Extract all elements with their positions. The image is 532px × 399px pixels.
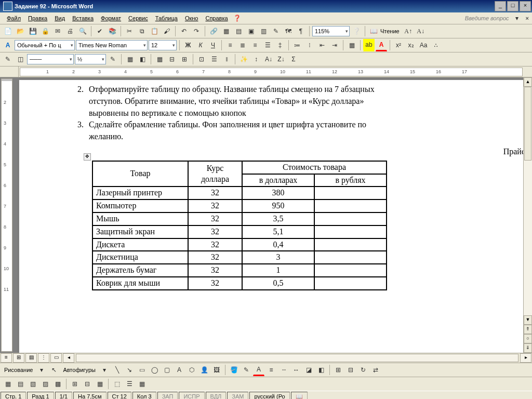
cell-product[interactable]: Защитный экран bbox=[92, 225, 188, 238]
help2-icon[interactable]: ❔ bbox=[351, 25, 362, 37]
table-row[interactable]: Дискета320,4 bbox=[92, 238, 387, 251]
shading-icon[interactable]: ◧ bbox=[137, 54, 148, 65]
table-row[interactable]: Мышь323,5 bbox=[92, 212, 387, 225]
cell-rub[interactable] bbox=[314, 212, 387, 225]
cut-icon[interactable]: ✂ bbox=[124, 25, 135, 37]
new-icon[interactable]: 📄 bbox=[2, 25, 14, 37]
cell-rub[interactable] bbox=[314, 251, 387, 264]
shadow-icon[interactable]: ◪ bbox=[303, 364, 314, 376]
page[interactable]: 2.Отформатируйте таблицу по образцу. Наз… bbox=[19, 79, 523, 353]
undo-icon[interactable]: ↶ bbox=[178, 25, 190, 37]
outline-view-icon[interactable]: ⋮ bbox=[38, 353, 49, 363]
help-icon[interactable]: ❓ bbox=[232, 12, 243, 24]
merge-cells-icon[interactable]: ⊟ bbox=[166, 54, 178, 65]
cell-rate[interactable]: 32 bbox=[188, 238, 242, 251]
permission-icon[interactable]: 🔒 bbox=[39, 25, 51, 37]
hscroll-left-icon[interactable]: ◂ bbox=[63, 353, 74, 363]
rect-icon[interactable]: ▭ bbox=[136, 364, 148, 376]
et2-icon[interactable]: ▤ bbox=[15, 378, 26, 390]
maximize-button[interactable]: □ bbox=[507, 1, 518, 11]
font-color-icon[interactable]: A bbox=[376, 39, 387, 51]
cell-rub[interactable] bbox=[314, 264, 387, 277]
research-icon[interactable]: 📚 bbox=[107, 25, 118, 37]
show-marks-icon[interactable]: ¶ bbox=[295, 25, 307, 37]
menu-edit[interactable]: Правка bbox=[24, 14, 51, 22]
cell-rate[interactable]: 32 bbox=[188, 187, 242, 200]
cell-rate[interactable]: 32 bbox=[188, 200, 242, 212]
tables-borders-icon[interactable]: ▦ bbox=[220, 25, 232, 37]
et10-icon[interactable]: ☰ bbox=[124, 378, 135, 390]
drawing-label[interactable]: Рисование bbox=[2, 367, 35, 373]
align-center-icon[interactable]: ≣ bbox=[237, 39, 248, 51]
table-row[interactable]: Защитный экран325,1 bbox=[92, 225, 387, 238]
preview-icon[interactable]: 🔍 bbox=[77, 25, 88, 37]
cell-usd[interactable]: 3,5 bbox=[242, 212, 314, 225]
text-direction-icon[interactable]: ↕ bbox=[250, 54, 262, 65]
prev-page-icon[interactable]: ⇑ bbox=[524, 325, 532, 334]
cell-rate[interactable]: 32 bbox=[188, 225, 242, 238]
font-shrink-icon[interactable]: A↓ bbox=[415, 25, 427, 37]
et8-icon[interactable]: ▦ bbox=[94, 378, 105, 390]
et1-icon[interactable]: ▦ bbox=[2, 378, 14, 390]
cell-product[interactable]: Компьютер bbox=[92, 200, 188, 212]
paste-icon[interactable]: 📋 bbox=[149, 25, 160, 37]
cell-rub[interactable] bbox=[314, 225, 387, 238]
status-lang[interactable]: русский (Ро bbox=[249, 392, 289, 400]
normal-view-icon[interactable]: ≡ bbox=[1, 353, 12, 363]
cell-rate[interactable]: 32 bbox=[188, 251, 242, 264]
subscript-icon[interactable]: x₂ bbox=[405, 39, 417, 51]
arrow-style-icon[interactable]: ↔ bbox=[290, 364, 302, 376]
align-right-icon[interactable]: ≡ bbox=[249, 39, 261, 51]
eraser-icon[interactable]: ◫ bbox=[15, 54, 26, 65]
bullets-icon[interactable]: ⁝ bbox=[304, 39, 315, 51]
group-icon[interactable]: ⊞ bbox=[332, 364, 344, 376]
cell-usd[interactable]: 0,4 bbox=[242, 238, 314, 251]
drawing-menu-icon[interactable]: ▾ bbox=[36, 364, 47, 376]
drawing-icon[interactable]: ✎ bbox=[270, 25, 282, 37]
et6-icon[interactable]: ⊞ bbox=[69, 378, 81, 390]
cell-rate[interactable]: 32 bbox=[188, 212, 242, 225]
cell-usd[interactable]: 950 bbox=[242, 200, 314, 212]
scroll-thumb[interactable] bbox=[524, 87, 531, 161]
print-icon[interactable]: 🖨 bbox=[64, 25, 76, 37]
align-justify-icon[interactable]: ☰ bbox=[262, 39, 273, 51]
style-combo[interactable]: Обычный + По ц bbox=[15, 40, 75, 50]
line-spacing-icon[interactable]: ‡ bbox=[274, 39, 286, 51]
close-button[interactable]: × bbox=[520, 1, 531, 11]
et3-icon[interactable]: ▧ bbox=[27, 378, 38, 390]
cell-product[interactable]: Держатель бумаг bbox=[92, 264, 188, 277]
line-weight-combo[interactable]: ½ bbox=[75, 54, 106, 64]
table-move-handle[interactable]: ✥ bbox=[84, 153, 91, 161]
font-grow-icon[interactable]: A↑ bbox=[403, 25, 414, 37]
autoformat-icon[interactable]: ✨ bbox=[238, 54, 249, 65]
autoshapes-label[interactable]: Автофигуры bbox=[61, 367, 98, 373]
autoshapes-menu-icon[interactable]: ▾ bbox=[99, 364, 110, 376]
cell-usd[interactable]: 5,1 bbox=[242, 225, 314, 238]
browse-object-icon[interactable]: ○ bbox=[524, 334, 532, 343]
cell-usd[interactable]: 0,5 bbox=[242, 277, 314, 290]
status-rec[interactable]: ЗАП bbox=[157, 392, 178, 400]
table-row[interactable]: Держатель бумаг321 bbox=[92, 264, 387, 277]
oval-icon[interactable]: ◯ bbox=[149, 364, 160, 376]
styles-pane-icon[interactable]: A bbox=[2, 39, 14, 51]
et7-icon[interactable]: ⊟ bbox=[82, 378, 93, 390]
font-color2-icon[interactable]: A bbox=[253, 364, 264, 376]
flip-icon[interactable]: ⇄ bbox=[370, 364, 381, 376]
menu-format[interactable]: Формат bbox=[97, 14, 125, 22]
cell-product[interactable]: Дискета bbox=[92, 238, 188, 251]
rotate-icon[interactable]: ↻ bbox=[357, 364, 369, 376]
align-tl-icon[interactable]: ⊡ bbox=[196, 54, 207, 65]
ask-box[interactable]: Введите вопрос bbox=[463, 15, 511, 21]
cell-rub[interactable] bbox=[314, 277, 387, 290]
distribute-cols-icon[interactable]: ⦀ bbox=[221, 54, 232, 65]
cell-usd[interactable]: 1 bbox=[242, 264, 314, 277]
status-trk[interactable]: ИСПР bbox=[179, 392, 204, 400]
indent-icon[interactable]: ⇥ bbox=[329, 39, 340, 51]
cell-rub[interactable] bbox=[314, 238, 387, 251]
vertical-scrollbar[interactable]: ▲ ▼ ⇑ ○ ⇓ bbox=[523, 77, 532, 353]
scroll-down-icon[interactable]: ▼ bbox=[524, 315, 532, 325]
format-painter-icon[interactable]: 🖌 bbox=[161, 25, 172, 37]
cell-usd[interactable]: 3 bbox=[242, 251, 314, 264]
menu-service[interactable]: Сервис bbox=[125, 14, 152, 22]
cell-rate[interactable]: 32 bbox=[188, 264, 242, 277]
